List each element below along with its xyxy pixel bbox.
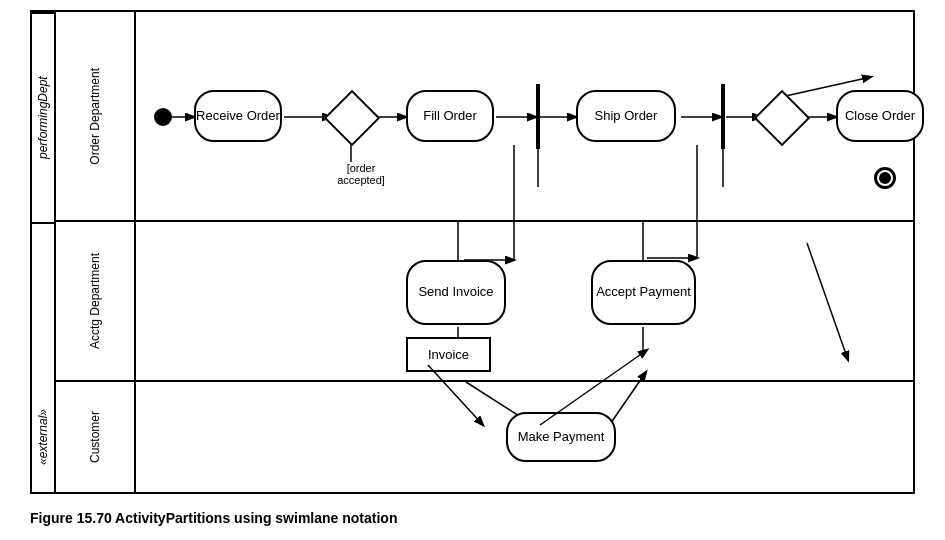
order-dept-content: Receive Order [order accepted] Fill Orde…	[136, 12, 913, 220]
sync-bar-1	[536, 84, 540, 149]
send-invoice-node: Send Invoice	[406, 260, 506, 325]
customer-lane: Customer Make	[56, 382, 913, 492]
customer-label: Customer	[88, 411, 102, 463]
page-container: performingDept «external» Order Departme…	[0, 0, 945, 540]
end-circle-inner	[879, 172, 891, 184]
close-order-node: Close Order	[836, 90, 924, 142]
order-dept-lane: Order Department	[56, 12, 913, 222]
acctg-dept-label-col: Acctg Department	[56, 222, 136, 380]
external-label: «external»	[32, 382, 54, 492]
figure-caption: Figure 15.70 ActivityPartitions using sw…	[30, 510, 915, 526]
customer-label-col: Customer	[56, 382, 136, 492]
make-payment-node: Make Payment	[506, 412, 616, 462]
acctg-dept-arrows	[136, 222, 913, 380]
accept-payment-node: Accept Payment	[591, 260, 696, 325]
fill-order-node: Fill Order	[406, 90, 494, 142]
order-dept-label: Order Department	[88, 68, 102, 165]
acctg-dept-lane: Acctg Department	[56, 222, 913, 382]
end-node	[874, 167, 896, 189]
sync-bar-2	[721, 84, 725, 149]
customer-content: Make Payment	[136, 382, 913, 492]
decision-node-1	[324, 90, 381, 147]
lanes-container: Order Department	[56, 12, 913, 492]
start-node	[154, 108, 172, 126]
diagram-outer: performingDept «external» Order Departme…	[30, 10, 915, 494]
acctg-dept-content: Send Invoice Accept Payment Invoice	[136, 222, 913, 380]
performing-dept-label2	[32, 222, 54, 382]
decision-node-2	[754, 90, 811, 147]
performing-dept-label: performingDept	[32, 12, 54, 222]
order-accepted-label: [order accepted]	[326, 162, 396, 186]
order-dept-label-col: Order Department	[56, 12, 136, 220]
receive-order-node: Receive Order	[194, 90, 282, 142]
invoice-note: Invoice	[406, 337, 491, 372]
acctg-dept-label: Acctg Department	[88, 253, 102, 349]
ship-order-node: Ship Order	[576, 90, 676, 142]
left-labels: performingDept «external»	[32, 12, 56, 492]
